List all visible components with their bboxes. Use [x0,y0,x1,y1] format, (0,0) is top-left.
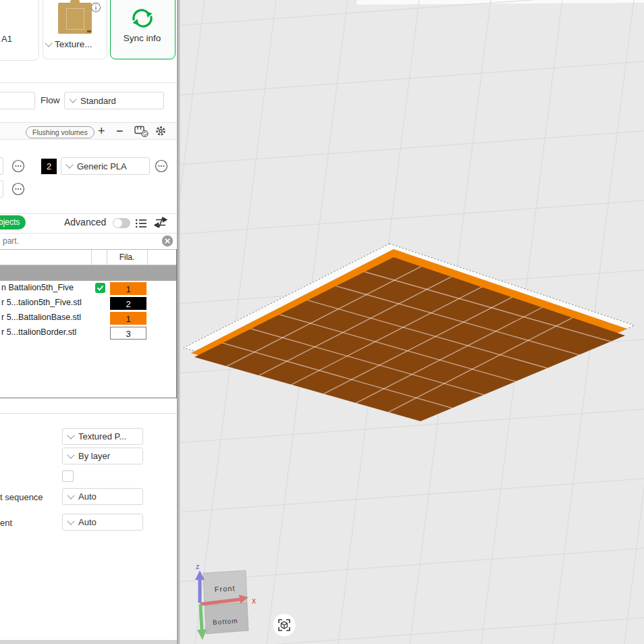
table-header: Fila. [0,250,176,265]
filament-assignment-cell[interactable]: 3 [110,327,146,340]
object-table: Fila. n Battalion5th_Five 1 r 5...talion… [0,249,177,398]
advanced-toggle[interactable] [113,218,130,228]
plate-type-dropdown[interactable]: Textured P... [62,428,143,445]
section-divider [0,82,177,83]
flow-value: Standard [80,96,116,106]
filament-option-dropdown[interactable]: Auto [62,514,143,531]
fit-view-button[interactable] [273,614,296,637]
gear-icon[interactable] [155,125,167,137]
print-sequence-label: t sequence [0,492,43,502]
slicer-window: Front Bottom z x [0,0,644,644]
table-row[interactable]: n Battalion5th_Five 1 [0,281,176,296]
remove-filament-button[interactable]: − [116,124,124,138]
ellipsis-menu-icon[interactable] [155,159,168,173]
toggle-knob [113,219,122,227]
flow-dropdown[interactable]: Standard [64,92,164,109]
window-bottom-strip [0,640,177,644]
selected-group-row[interactable] [0,265,176,281]
viewport-3d[interactable]: Front Bottom z x [177,0,644,644]
fila-column-header: Fila. [107,252,147,262]
object-name: r 5...BattalionBase.stl [1,313,81,322]
plate-thumbnail [58,3,92,34]
table-row[interactable]: r 5...BattalionBase.stl 1 [0,311,176,325]
slicing-mode-dropdown[interactable]: By layer [62,448,143,464]
sync-info-label: Sync info [110,33,174,43]
gizmo-front-label: Front [214,584,235,593]
ams-sync-icon[interactable] [134,126,149,137]
table-row[interactable]: r 5...ttalionBorder.stl 3 [0,325,176,340]
print-sequence-dropdown[interactable]: Auto [62,488,143,505]
filament-assignment-cell[interactable]: 2 [110,297,146,310]
tab-objects[interactable]: Objects [0,215,26,230]
cut-off-field[interactable] [0,157,3,175]
filament-type-dropdown[interactable]: Generic PLA [61,157,150,175]
filament-option-value: Auto [78,517,97,527]
panel-divider[interactable] [177,0,180,644]
object-name: r 5...ttalionBorder.stl [1,327,76,337]
ellipsis-menu-icon[interactable] [11,159,25,173]
filament-option-label: ent [0,518,12,528]
section-divider [0,213,177,214]
flow-label: Flow [41,95,60,105]
flushing-volumes-button[interactable]: Flushing volumes [26,126,95,138]
chevron-down-icon [69,95,76,103]
print-sequence-option: Auto [78,491,97,502]
chevron-down-icon [67,431,74,439]
slicing-mode-option: By layer [78,451,110,461]
ellipsis-menu-icon[interactable] [11,182,25,196]
search-bar[interactable] [0,233,177,249]
cut-off-field[interactable] [0,92,35,109]
search-input[interactable] [1,236,153,246]
info-icon[interactable] [90,2,101,13]
sort-arrange-icon[interactable] [154,216,167,229]
chevron-down-icon [67,451,74,458]
object-name: n Battalion5th_Five [1,283,74,292]
plate-type-value[interactable]: Texture... [55,39,92,49]
chevron-down-icon [67,491,74,499]
printer-card[interactable] [0,0,39,61]
z-axis-label: z [196,562,200,570]
filament-type-value: Generic PLA [77,161,127,171]
printer-name: A1 [1,34,12,44]
object-name: r 5...talion5th_Five.stl [1,298,82,307]
filament-assignment-cell[interactable]: 1 [110,312,146,325]
filament-color-swatch[interactable]: 2 [41,159,57,174]
object-checkbox[interactable] [95,283,105,293]
chevron-down-icon [65,161,73,168]
plate-type-option: Textured P... [78,431,126,441]
sync-icon [130,7,155,30]
list-view-icon[interactable] [135,217,148,230]
section-divider [0,413,177,414]
advanced-label: Advanced [64,217,106,227]
chevron-down-icon [67,517,74,525]
clear-search-icon[interactable] [161,235,173,247]
table-row[interactable]: r 5...talion5th_Five.stl 2 [0,296,176,311]
check-icon [95,283,105,293]
option-checkbox[interactable] [62,471,74,482]
filament-assignment-cell[interactable]: 1 [110,282,146,295]
y-axis-arrow [200,604,202,630]
add-filament-button[interactable]: + [98,124,105,138]
cut-off-field[interactable] [0,180,3,198]
x-axis-label: x [252,596,256,606]
